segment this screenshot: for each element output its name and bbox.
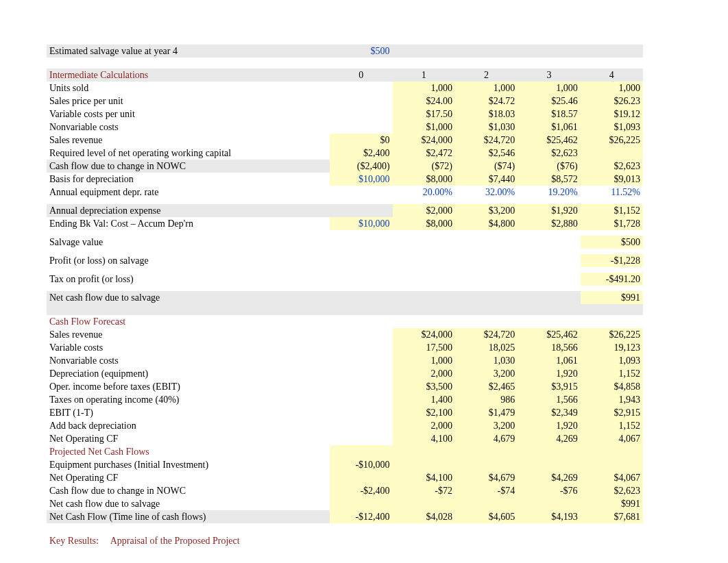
cell-value	[455, 497, 518, 510]
row-label: Taxes on operating income (40%)	[47, 393, 330, 406]
row-label: Nonvariable costs	[47, 121, 330, 134]
cell-value: 1,566	[518, 393, 580, 406]
table-row: Sales revenue$0$24,000$24,720$25,462$26,…	[47, 134, 643, 147]
cell-value	[581, 147, 643, 160]
cell-value: 1,000	[518, 82, 580, 95]
cell-value: $3,915	[518, 380, 580, 393]
cell-value: $9,013	[581, 173, 643, 186]
cell-value: $2,472	[393, 147, 455, 160]
cell-value	[518, 273, 580, 286]
cell-value: 19,123	[581, 341, 643, 354]
cell-value: 2,000	[393, 419, 455, 432]
row-label: Net Operating CF	[47, 432, 330, 445]
cell-value: 18,025	[455, 341, 518, 354]
cell-value: 11.52%	[581, 186, 643, 199]
cell-value: 1,030	[455, 354, 518, 367]
cell-value: $2,880	[518, 217, 580, 230]
cell-value: 20.00%	[393, 186, 455, 199]
table-row: Basis for depreciation$10,000$8,000$7,44…	[47, 173, 643, 186]
cell-value: $18.03	[455, 108, 518, 121]
table-row: Annual equipment depr. rate20.00%32.00%1…	[47, 186, 643, 199]
row-label: Net Cash Flow (Time line of cash flows)	[47, 510, 330, 523]
cell-value: $1,479	[455, 406, 518, 419]
table-row: Required level of net operating working …	[47, 147, 643, 160]
cell-value	[330, 419, 392, 432]
cell-value: $2,000	[393, 204, 455, 217]
cell-value: $2,100	[393, 406, 455, 419]
row-intermediate-header: Intermediate Calculations 0 1 2 3 4	[47, 68, 643, 82]
label-key-results: Key Results:	[49, 536, 99, 546]
row-label: Net cash flow due to salvage	[47, 497, 330, 510]
cell-value: $24,000	[393, 328, 455, 341]
row-label: Units sold	[47, 82, 330, 95]
table-row: Net cash flow due to salvage$991	[47, 497, 643, 510]
worksheet-table: Estimated salvage value at year 4 $500 I…	[47, 45, 643, 547]
cell-value: 1,093	[581, 354, 643, 367]
table-row: Net cash flow due to salvage$991	[47, 291, 643, 304]
table-row: Ending Bk Val: Cost – Accum Dep'rn$10,00…	[47, 217, 643, 230]
cell-value: 4,679	[455, 432, 518, 445]
cell-value	[330, 380, 392, 393]
cell-value: $2,623	[518, 147, 580, 160]
cell-value: $1,728	[581, 217, 643, 230]
cell-value: $2,623	[581, 484, 643, 497]
table-row: Sales price per unit$24.00$24.72$25.46$2…	[47, 95, 643, 108]
cell-value: -$1,228	[581, 254, 643, 267]
col-0: 0	[330, 68, 392, 82]
cell-value: $24.00	[393, 95, 455, 108]
cell-value: -$12,400	[330, 510, 392, 523]
cell-value	[330, 328, 392, 341]
cell-value: $2,465	[455, 380, 518, 393]
row-label: Net Operating CF	[47, 471, 330, 484]
cell-value: $18.57	[518, 108, 580, 121]
row-label: Sales revenue	[47, 134, 330, 147]
col-1: 1	[393, 68, 455, 82]
row-label: Oper. income before taxes (EBIT)	[47, 380, 330, 393]
row-label: Profit (or loss) on salvage	[47, 254, 330, 267]
row-label: Nonvariable costs	[47, 354, 330, 367]
cell-value: $991	[581, 497, 643, 510]
cell-value: 3,200	[455, 367, 518, 380]
cell-value	[330, 186, 392, 199]
cell-value: $4,100	[393, 471, 455, 484]
cell-value: $4,193	[518, 510, 580, 523]
row-label: Net cash flow due to salvage	[47, 291, 330, 304]
cell-value	[330, 406, 392, 419]
table-row: Equipment purchases (Initial Investment)…	[47, 458, 643, 471]
text-key-results: Appraisal of the Proposed Project	[110, 536, 240, 546]
cell-value: 2,000	[393, 367, 455, 380]
cell-value: 4,269	[518, 432, 580, 445]
table-row: Salvage value$500	[47, 236, 643, 249]
table-row: Oper. income before taxes (EBIT)$3,500$2…	[47, 380, 643, 393]
value-est-salvage: $500	[330, 45, 392, 58]
row-label: Depreciation (equipment)	[47, 367, 330, 380]
cell-value: $26,225	[581, 328, 643, 341]
cell-value: $4,067	[581, 471, 643, 484]
row-label: Annual depreciation expense	[47, 204, 330, 217]
table-row: Net Operating CF$4,100$4,679$4,269$4,067	[47, 471, 643, 484]
cell-value	[393, 273, 455, 286]
cell-value	[581, 458, 643, 471]
cell-value: 4,100	[393, 432, 455, 445]
header-cff: Cash Flow Forecast	[47, 315, 330, 328]
row-label: EBIT (1-T)	[47, 406, 330, 419]
row-label: Add back depreciation	[47, 419, 330, 432]
cell-value: $1,093	[581, 121, 643, 134]
row-proj-header: Projected Net Cash Flows	[47, 445, 643, 458]
cell-value: ($2,400)	[330, 160, 392, 173]
cell-value: $1,000	[393, 121, 455, 134]
cell-value: $8,572	[518, 173, 580, 186]
col-2: 2	[455, 68, 518, 82]
cell-value: 1,061	[518, 354, 580, 367]
cell-value	[393, 236, 455, 249]
table-row: Nonvariable costs1,0001,0301,0611,093	[47, 354, 643, 367]
table-row: Net Operating CF4,1004,6794,2694,067	[47, 432, 643, 445]
cell-value: -$76	[518, 484, 580, 497]
cell-value: ($76)	[518, 160, 580, 173]
cell-value	[393, 254, 455, 267]
cell-value	[455, 458, 518, 471]
cell-value: $8,000	[393, 217, 455, 230]
cell-value	[330, 393, 392, 406]
table-row: Profit (or loss) on salvage-$1,228	[47, 254, 643, 267]
cell-value: $1,030	[455, 121, 518, 134]
